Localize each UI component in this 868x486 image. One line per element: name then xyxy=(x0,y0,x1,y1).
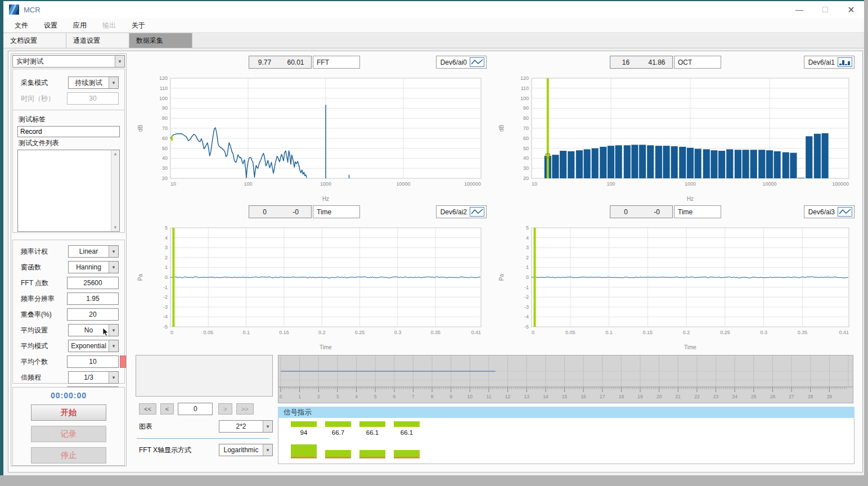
svg-text:120: 120 xyxy=(159,75,168,81)
channel-select[interactable]: Dev6/ai2 xyxy=(436,205,487,218)
fft-axis-select[interactable]: Logarithmic ▾ xyxy=(219,444,273,456)
param-row-fft-points: FFT 点数 xyxy=(17,276,120,290)
svg-text:26: 26 xyxy=(770,394,776,399)
level-baseline xyxy=(325,457,351,458)
freq-resolution-field[interactable] xyxy=(67,292,119,305)
svg-text:100: 100 xyxy=(159,96,168,101)
combo-value: Logarithmic xyxy=(219,444,263,456)
test-mode-select[interactable]: 实时测试 ▾ xyxy=(12,55,125,68)
chart-layout-select[interactable]: 2*2 ▾ xyxy=(219,420,273,433)
divider xyxy=(137,438,269,439)
channel-select[interactable]: Dev6/ai3 xyxy=(804,205,854,218)
menu-item-file[interactable]: 文件 xyxy=(7,18,36,33)
svg-text:40: 40 xyxy=(162,155,168,161)
line-chart-icon xyxy=(838,207,852,217)
duration-field[interactable] xyxy=(67,92,119,105)
svg-text:-5: -5 xyxy=(524,324,529,330)
nav-prev-button[interactable]: < xyxy=(160,403,174,415)
svg-text:-2: -2 xyxy=(163,294,168,300)
svg-text:110: 110 xyxy=(521,86,529,91)
window-function-select[interactable]: Hanning▾ xyxy=(68,261,119,273)
menu-item-application[interactable]: 应用 xyxy=(65,18,95,33)
overlap-field[interactable] xyxy=(67,308,119,321)
cursor-x-value: 9.77 xyxy=(249,58,280,66)
nav-first-button[interactable]: << xyxy=(139,403,156,415)
peak-level-bar xyxy=(394,421,420,427)
chevron-down-icon: ▾ xyxy=(263,444,272,456)
fft-points-field[interactable] xyxy=(67,277,119,289)
svg-text:100: 100 xyxy=(244,181,252,187)
svg-text:40: 40 xyxy=(523,155,529,161)
param-row-window-function: 窗函数Hanning▾ xyxy=(17,260,120,274)
minimize-button[interactable]: — xyxy=(786,1,812,18)
level-baseline xyxy=(359,457,385,458)
chart-plot-time2[interactable]: -5-4-3-2-101234500.050.10.150.20.250.30.… xyxy=(136,219,493,353)
svg-text:-3: -3 xyxy=(524,304,529,310)
content-panel: 实时测试 ▾ 采集模式持续测试▾时间（秒） 测试标签 测试文件列表 ▲ ▼ xyxy=(8,51,863,472)
svg-text:Pa: Pa xyxy=(498,273,505,281)
maximize-icon xyxy=(822,7,828,12)
svg-text:25: 25 xyxy=(751,394,757,399)
average-count-field[interactable] xyxy=(67,356,119,368)
nav-last-button[interactable]: >> xyxy=(236,403,254,415)
record-timeline[interactable]: 0123456789101112131415161718192021222324… xyxy=(278,355,853,403)
tab-data-acquisition[interactable]: 数据采集 xyxy=(129,33,192,48)
channel-select[interactable]: Dev6/ai0 xyxy=(436,56,487,69)
svg-text:100000: 100000 xyxy=(832,181,849,187)
scroll-down-icon[interactable]: ▼ xyxy=(113,225,118,230)
page-index-field[interactable]: 0 xyxy=(178,403,213,415)
chart-oct: 1641.86OCTDev6/ai12030405060708090100110… xyxy=(497,55,861,204)
chart-plot-time3[interactable]: -5-4-3-2-101234500.050.10.150.20.250.30.… xyxy=(497,219,861,353)
svg-text:0.35: 0.35 xyxy=(798,330,808,335)
scroll-up-icon[interactable]: ▲ xyxy=(113,151,118,156)
start-button[interactable]: 开始 xyxy=(31,404,106,421)
chevron-down-icon: ▾ xyxy=(109,77,118,88)
cursor-readout: 1641.86 xyxy=(610,56,673,69)
svg-text:dB: dB xyxy=(498,125,505,132)
duration-label: 时间（秒） xyxy=(17,94,67,104)
svg-text:-1: -1 xyxy=(163,285,168,290)
chart-type-box: OCT xyxy=(674,56,721,69)
live-level-bar xyxy=(394,450,420,457)
freq-weighting-select[interactable]: Linear▾ xyxy=(68,245,119,258)
timeline-canvas[interactable]: 0123456789101112131415161718192021222324… xyxy=(278,356,853,403)
menu-item-about[interactable]: 关于 xyxy=(124,18,153,33)
svg-text:30: 30 xyxy=(523,165,529,171)
svg-text:30: 30 xyxy=(162,165,168,171)
acq-mode-select[interactable]: 持续测试▾ xyxy=(68,76,119,89)
record-button[interactable]: 记录 xyxy=(31,426,106,442)
overlap-label: 重叠率(%) xyxy=(17,310,67,320)
tab-doc-settings[interactable]: 文档设置 xyxy=(3,33,66,48)
combo-value: 持续测试 xyxy=(69,77,109,88)
signal-meter: 66.7 xyxy=(325,418,351,464)
tab-channel-settings[interactable]: 通道设置 xyxy=(66,33,129,48)
channel-select[interactable]: Dev6/ai1 xyxy=(804,56,854,69)
octave-select[interactable]: 1/3▾ xyxy=(68,371,119,384)
svg-text:0.35: 0.35 xyxy=(430,330,440,335)
signal-meter: 66.1 xyxy=(394,418,420,464)
svg-text:2: 2 xyxy=(317,394,320,399)
signal-indicator-title: 信号指示 xyxy=(278,407,854,418)
close-button[interactable]: ✕ xyxy=(838,1,864,18)
level-baseline xyxy=(291,457,317,458)
stop-button[interactable]: 停止 xyxy=(31,447,106,464)
svg-text:0.2: 0.2 xyxy=(683,330,690,335)
scrollbar[interactable]: ▲ ▼ xyxy=(111,150,119,231)
chart-plot-oct[interactable]: 2030405060708090100110120101001000100001… xyxy=(497,69,861,204)
menu-item-settings[interactable]: 设置 xyxy=(36,18,65,33)
average-setting-select[interactable]: No▾ xyxy=(68,324,119,336)
svg-text:70: 70 xyxy=(523,125,529,131)
test-label-input[interactable] xyxy=(17,126,120,137)
svg-text:80: 80 xyxy=(162,115,168,121)
menu-item-output[interactable]: 输出 xyxy=(95,18,124,33)
chart-plot-fft[interactable]: 2030405060708090100110120101001000100001… xyxy=(136,69,493,204)
test-file-list[interactable]: ▲ ▼ xyxy=(17,150,120,232)
maximize-button[interactable] xyxy=(812,1,838,18)
svg-text:21: 21 xyxy=(676,394,681,399)
nav-next-button[interactable]: > xyxy=(218,403,232,415)
average-mode-select[interactable]: Exponential▾ xyxy=(68,340,119,352)
param-row-freq-weighting: 频率计权Linear▾ xyxy=(17,245,120,258)
svg-text:5: 5 xyxy=(526,225,529,231)
freq-weighting-label: 频率计权 xyxy=(17,247,68,256)
cursor-y-value: 41.86 xyxy=(641,58,672,66)
